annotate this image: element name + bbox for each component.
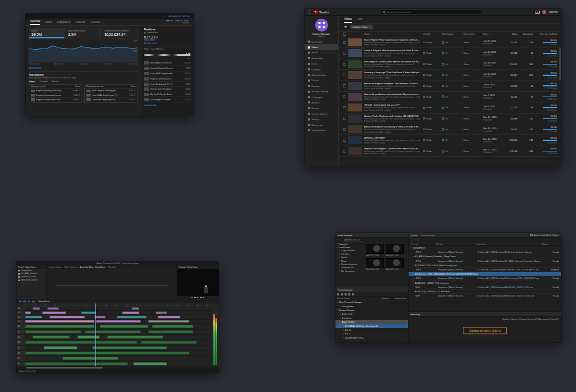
video-row[interactable]: Advanced English Grammar: The Infinitive…: [339, 81, 561, 91]
video-title[interactable]: Learning a language? Don't let these 3 i…: [364, 71, 421, 74]
new-preset-icon[interactable]: [337, 293, 339, 295]
video-row[interactable]: Advanced English Vocabulary: PUNS & DOUB…: [339, 124, 561, 135]
date-range-picker[interactable]: Nov 20 – Dec 17, 2021 Custom: [166, 19, 189, 25]
video-title[interactable]: "Should I worry about my accent?": [364, 103, 421, 106]
row-checkbox[interactable]: [343, 74, 346, 77]
col-frame-rate[interactable]: Frame Rate: [395, 297, 406, 300]
sidebar-item[interactable]: Reports: [305, 106, 338, 111]
queue-item-preset[interactable]: Sequence [Match Source]: [438, 260, 476, 262]
row-checkbox[interactable]: [343, 41, 346, 44]
col-format[interactable]: Format: [411, 243, 435, 245]
audio-clip[interactable]: [25, 330, 81, 333]
sidebar-item[interactable]: Videos: [305, 44, 338, 50]
video-row[interactable]: Real English Conversation: How to talk a…: [339, 59, 561, 70]
track-label[interactable]: A2: [17, 330, 25, 334]
video-clip[interactable]: [132, 307, 139, 310]
sidebar-item[interactable]: Policies: [305, 78, 338, 83]
filter-icon[interactable]: [344, 26, 347, 28]
top-movers-tab[interactable]: Videos: [29, 80, 35, 83]
video-clip[interactable]: [47, 307, 59, 310]
audio-clip[interactable]: [33, 335, 70, 339]
panel-tab[interactable]: Metadata: [108, 266, 116, 268]
analytics-tab[interactable]: Revenue: [91, 21, 100, 25]
col-restrictions[interactable]: Restrictions: [463, 33, 483, 35]
realtime-video-row[interactable]: Learn English with TV: T… 7,104: [144, 82, 190, 87]
audio-clip[interactable]: [92, 346, 167, 349]
queue-row[interactable]: ▾ MXF Sequence [Match Source] C:\Users\A…: [409, 285, 561, 290]
track-label[interactable]: A4: [17, 340, 25, 345]
audio-clip[interactable]: [152, 325, 193, 328]
audio-clip[interactable]: [62, 357, 118, 360]
auto-encode-checkbox[interactable]: ✓: [530, 234, 533, 237]
media-browser-tab[interactable]: Media Browser: [338, 234, 352, 237]
realtime-video-row[interactable]: My Top 10 Tips for Bette… 5,718: [144, 92, 190, 98]
timecode-display[interactable]: 00:00:51:09: [19, 300, 35, 303]
video-row[interactable]: Identity Theft, Phishing, and Hacking: B…: [339, 114, 561, 124]
sidebar-item[interactable]: Issues: [305, 61, 338, 67]
playhead[interactable]: [95, 303, 96, 366]
col-monetization[interactable]: Monetization: [442, 33, 463, 35]
preset-browser-tab[interactable]: Preset Browser: [338, 289, 353, 291]
menu-icon[interactable]: [308, 11, 311, 13]
col-format[interactable]: Format: [382, 297, 395, 300]
col-comments[interactable]: Comments: [517, 33, 533, 35]
queue-item-output[interactable]: C:\Users\AC_2019\Desktop\E2 Definite Del…: [477, 251, 542, 253]
panel-tab[interactable]: Effect Controls: [65, 266, 77, 268]
preset-row[interactable]: ▸ Audio Only: [335, 312, 408, 316]
row-checkbox[interactable]: [343, 150, 346, 153]
col-preset[interactable]: Preset: [436, 243, 475, 245]
video-title[interactable]: How to be productive and motivated: My r…: [364, 93, 421, 95]
sidebar-item[interactable]: Royalties: [305, 83, 338, 89]
audio-clip[interactable]: [148, 330, 193, 333]
watch-folders-tab[interactable]: Watch Folders: [421, 234, 435, 237]
video-title[interactable]: Identity Theft, Phishing, and Hacking: B…: [364, 115, 421, 117]
create-video-icon[interactable]: [535, 11, 540, 14]
metric-card[interactable]: Views 39.5M: [29, 28, 65, 38]
video-row[interactable]: "Should I worry about my accent?" Does y…: [339, 102, 561, 113]
queue-tab[interactable]: Queue: [411, 234, 417, 237]
preset-row[interactable]: ▸ Broadcast: [335, 316, 408, 320]
queue-item-preset[interactable]: Sequence [Match Source]: [438, 277, 476, 279]
track-label[interactable]: A8: [17, 362, 25, 366]
queue-item-preset[interactable]: Sequence [Match Source]: [438, 268, 476, 271]
video-row[interactable]: Learning a language? Don't let these 3 i…: [339, 70, 561, 81]
content-tab[interactable]: Videos: [344, 18, 352, 23]
track-label[interactable]: V4: [17, 307, 25, 310]
preset-row[interactable]: ▸ Apple ProRes: [335, 320, 408, 324]
audio-clip[interactable]: [133, 362, 167, 365]
audio-clip[interactable]: [85, 330, 141, 333]
row-checkbox[interactable]: [343, 106, 346, 109]
video-row[interactable]: Listen & Repeat: How to pronounce the sh…: [339, 48, 561, 59]
sidebar-item[interactable]: Claimed videos: [305, 72, 338, 77]
queue-row[interactable]: ▾ Going Home: [409, 246, 561, 250]
track-label[interactable]: A3: [17, 335, 25, 340]
sidebar-item[interactable]: Settings: [305, 116, 338, 122]
realtime-see-more-link[interactable]: SEE MORE: [144, 104, 190, 107]
mover-row[interactable]: English Conversation Learn… 6.4M 1: [29, 98, 82, 102]
chip-close-icon[interactable]: ×: [370, 26, 371, 28]
project-panel-tab[interactable]: Project: Going Home: [18, 266, 36, 268]
sidebar-item[interactable]: Manage claiming: [305, 89, 338, 94]
video-clip[interactable]: [122, 311, 139, 314]
mover-row[interactable]: Learn REAL English, part 7 (… 7.2M 2: [85, 93, 137, 98]
track-label[interactable]: V1: [17, 320, 25, 324]
audio-clip[interactable]: [25, 325, 94, 328]
col-preset-name[interactable]: Preset Name: [337, 297, 382, 300]
preset-row[interactable]: ▸ DNxHR MXF OP1a: [335, 336, 408, 340]
queue-row[interactable]: ▾ MXF Sequence [Match Source] C:\Users\A…: [409, 294, 561, 298]
track-label[interactable]: V2: [17, 315, 25, 319]
metric-card[interactable]: Estimated partner revenue $122,634.94: [102, 28, 138, 38]
program-monitor-tab[interactable]: Program: Going Home: [179, 266, 198, 268]
tree-item[interactable]: ▸ My Templates: [335, 269, 364, 273]
analytics-tab[interactable]: Overview: [30, 20, 40, 25]
queue-row[interactable]: ▾ JPEG Sequence [Match Source] C:\Users\…: [409, 250, 561, 254]
audio-clip[interactable]: [100, 325, 148, 328]
video-clip[interactable]: [117, 316, 147, 318]
video-clip[interactable]: [96, 320, 141, 323]
content-tab[interactable]: Live: [358, 18, 363, 23]
realtime-video-row[interactable]: Best English Conversati… 10,218: [144, 61, 190, 66]
mover-row[interactable]: English Conversation for ad… 8.1M 2: [29, 93, 82, 98]
mover-row[interactable]: English Speaking: Real Engl… 10.4M 2: [29, 89, 82, 93]
start-queue-icon[interactable]: ▸: [418, 238, 419, 241]
queue-row[interactable]: ▾ E2 Greenery_E65_1E60110001 [Stitched C…: [409, 272, 561, 276]
